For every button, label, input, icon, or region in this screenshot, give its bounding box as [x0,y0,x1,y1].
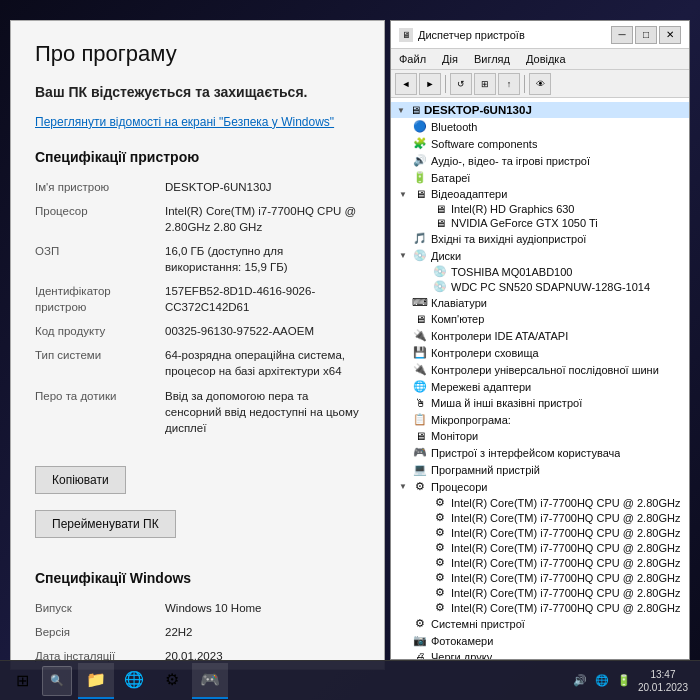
tray-network-icon[interactable]: 🌐 [594,673,610,689]
tree-item-label: Відеоадаптери [431,188,507,200]
tree-item[interactable]: 🧩Software components [391,135,689,152]
tree-child-item[interactable]: 💿WDC PC SN520 SDAPNUW-128G-1014 [411,279,689,294]
tree-item[interactable]: ▼💿Диски [391,247,689,264]
taskbar-app-files[interactable]: 📁 [78,663,114,699]
tree-item[interactable]: 🌐Мережеві адаптери [391,378,689,395]
tree-item-icon: 📷 [412,634,428,647]
tree-child-item[interactable]: ⚙Intel(R) Core(TM) i7-7700HQ CPU @ 2.80G… [411,570,689,585]
tree-item[interactable]: ⌨Клавіатури [391,294,689,311]
toolbar-props[interactable]: ⊞ [474,73,496,95]
tree-item[interactable]: 🔵Bluetooth [391,118,689,135]
taskbar: ⊞ 🔍 📁 🌐 ⚙ 🎮 🔊 🌐 🔋 13:47 20.01.2023 [0,660,700,700]
tree-item[interactable]: 🔊Аудіо-, відео- та ігрові пристрої [391,152,689,169]
child-label: WDC PC SN520 SDAPNUW-128G-1014 [451,281,650,293]
child-icon: ⚙ [432,586,448,599]
win-spec-row: ВипускWindows 10 Home [35,596,360,620]
tree-child-item[interactable]: ⚙Intel(R) Core(TM) i7-7700HQ CPU @ 2.80G… [411,555,689,570]
taskbar-apps: 📁 🌐 ⚙ 🎮 [74,663,570,699]
tree-arrow: ▼ [399,251,409,260]
tray-battery-icon[interactable]: 🔋 [616,673,632,689]
tree-item[interactable]: 🎮Пристрої з інтерфейсом користувача [391,444,689,461]
tree-item[interactable]: 🖥Монітори [391,428,689,444]
tray-sound-icon[interactable]: 🔊 [572,673,588,689]
tree-item-icon: 🧩 [412,137,428,150]
taskbar-search[interactable]: 🔍 [42,666,72,696]
spec-row: Перо та дотикиВвід за допомогою пера та … [35,384,360,440]
taskbar-app-browser[interactable]: 🌐 [116,663,152,699]
taskbar-app-game[interactable]: 🎮 [192,663,228,699]
spec-table: Ім'я пристроюDESKTOP-6UN130JПроцесорInte… [35,175,360,440]
tree-child-item[interactable]: 💿TOSHIBA MQ01ABD100 [411,264,689,279]
toolbar-refresh[interactable]: ↺ [450,73,472,95]
child-label: Intel(R) Core(TM) i7-7700HQ CPU @ 2.80GH… [451,497,680,509]
tree-child-item[interactable]: ⚙Intel(R) Core(TM) i7-7700HQ CPU @ 2.80G… [411,495,689,510]
maximize-button[interactable]: □ [635,26,657,44]
child-arrow [419,543,429,552]
tree-item-icon: 🖥 [412,188,428,200]
tree-item-label: Контролери сховища [431,347,539,359]
tree-child-item[interactable]: ⚙Intel(R) Core(TM) i7-7700HQ CPU @ 2.80G… [411,510,689,525]
tree-item[interactable]: 🔌Контролери IDE ATA/ATAPI [391,327,689,344]
start-button[interactable]: ⊞ [4,663,40,699]
about-security-link[interactable]: Переглянути відомості на екрані "Безпека… [35,115,360,129]
tree-item[interactable]: 🎵Вхідні та вихідні аудіопристрої [391,230,689,247]
tree-item-label: Аудіо-, відео- та ігрові пристрої [431,155,590,167]
tree-root[interactable]: ▼🖥DESKTOP-6UN130J [391,102,689,118]
tree-arrow [399,399,409,408]
tree-item-icon: 💻 [412,463,428,476]
tree-item[interactable]: ⚙Системні пристрої [391,615,689,632]
spec-value: Intel(R) Core(TM) i7-7700HQ CPU @ 2.80GH… [165,199,360,239]
tree-item[interactable]: 🖱Миша й інші вказівні пристрої [391,395,689,411]
tree-child-item[interactable]: ⚙Intel(R) Core(TM) i7-7700HQ CPU @ 2.80G… [411,600,689,615]
copy-button[interactable]: Копіювати [35,466,126,494]
menu-item[interactable]: Файл [395,51,430,67]
menu-item[interactable]: Вигляд [470,51,514,67]
tree-child-item[interactable]: ⚙Intel(R) Core(TM) i7-7700HQ CPU @ 2.80G… [411,525,689,540]
tree-item-icon: 🎮 [412,446,428,459]
child-icon: ⚙ [432,601,448,614]
devmgr-title-left: 🖥 Диспетчер пристроїв [399,28,525,42]
tree-child-item[interactable]: ⚙Intel(R) Core(TM) i7-7700HQ CPU @ 2.80G… [411,585,689,600]
spec-value: Ввід за допомогою пера та сенсорний ввід… [165,384,360,440]
toolbar-forward[interactable]: ► [419,73,441,95]
tree-item[interactable]: 💻Програмний пристрій [391,461,689,478]
tree-arrow [399,415,409,424]
tree-item[interactable]: 💾Контролери сховища [391,344,689,361]
spec-value: 64-розрядна операційна система, процесор… [165,343,360,383]
spec-label: Тип системи [35,343,165,383]
child-icon: ⚙ [432,556,448,569]
menu-item[interactable]: Дія [438,51,462,67]
system-clock[interactable]: 13:47 20.01.2023 [638,668,688,694]
toolbar-update[interactable]: ↑ [498,73,520,95]
tree-item[interactable]: 🔌Контролери універсальної послідовної ши… [391,361,689,378]
child-label: Intel(R) HD Graphics 630 [451,203,575,215]
clock-time: 13:47 [638,668,688,681]
tree-item[interactable]: ▼⚙Процесори [391,478,689,495]
device-spec-title: Специфікації пристрою [35,149,360,165]
taskbar-app-settings[interactable]: ⚙ [154,663,190,699]
tree-child-item[interactable]: ⚙Intel(R) Core(TM) i7-7700HQ CPU @ 2.80G… [411,540,689,555]
child-arrow [419,498,429,507]
tree-item[interactable]: 🖥Комп'ютер [391,311,689,327]
child-icon: 🖥 [432,203,448,215]
close-button[interactable]: ✕ [659,26,681,44]
tree-item[interactable]: 📷Фотокамери [391,632,689,649]
tree-item[interactable]: 🖨Черги друку [391,649,689,659]
toolbar-show-hidden[interactable]: 👁 [529,73,551,95]
tree-item[interactable]: ▼🖥Відеоадаптери [391,186,689,202]
minimize-button[interactable]: ─ [611,26,633,44]
toolbar-back[interactable]: ◄ [395,73,417,95]
spec-label: Код продукту [35,319,165,343]
child-arrow [419,603,429,612]
tree-child-item[interactable]: 🖥Intel(R) HD Graphics 630 [411,202,689,216]
about-title: Про програму [35,41,360,67]
tree-child-item[interactable]: 🖥NVIDIA GeForce GTX 1050 Ti [411,216,689,230]
menu-item[interactable]: Довідка [522,51,570,67]
tree-item[interactable]: 📋Мікропрограма: [391,411,689,428]
tree-item[interactable]: 🔋Батареї [391,169,689,186]
tree-item-icon: 🔵 [412,120,428,133]
child-arrow [419,219,429,228]
rename-button[interactable]: Перейменувати ПК [35,510,176,538]
win-spec-label: Випуск [35,596,165,620]
tree-item-icon: 🖱 [412,397,428,409]
